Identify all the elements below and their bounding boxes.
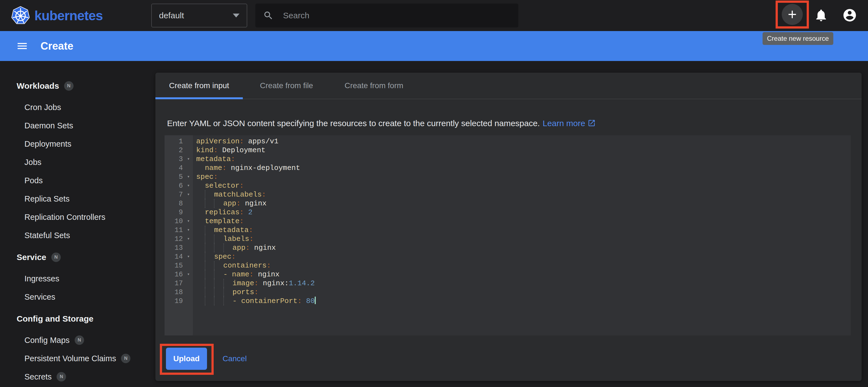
sidebar-item-jobs[interactable]: Jobs (0, 153, 155, 171)
indent-guide (214, 243, 223, 252)
sidebar-item-secrets[interactable]: SecretsN (0, 367, 155, 386)
token-p: : (240, 217, 244, 225)
token-v: nginx (241, 199, 267, 208)
line-number: 19 (164, 297, 184, 305)
indent-guide (223, 243, 232, 252)
fold-toggle-icon[interactable]: ▾ (184, 217, 193, 226)
sidebar-section-service[interactable]: ServiceN (0, 248, 155, 267)
gutter-line-16: 16▾ (164, 270, 193, 279)
account-button[interactable] (842, 7, 858, 23)
sidebar-item-config-maps[interactable]: Config MapsN (0, 331, 155, 349)
menu-button[interactable] (14, 38, 30, 54)
sidebar-item-pods[interactable]: Pods (0, 171, 155, 189)
line-number: 2 (164, 146, 184, 154)
page-title: Create (40, 40, 73, 52)
token-k: metadata (214, 226, 249, 234)
sidebar-item-stateful-sets[interactable]: Stateful Sets (0, 226, 155, 245)
sidebar-item-services[interactable]: Services (0, 288, 155, 306)
token-n: 2 (244, 208, 252, 216)
tab-label: Create from input (169, 81, 229, 90)
token-d: - (223, 270, 232, 279)
gutter-line-5: 5▾ (164, 172, 193, 181)
token-k: template (205, 217, 240, 225)
token-k: metadata (196, 155, 231, 163)
tab-create-from-form[interactable]: Create from form (330, 73, 417, 99)
gutter-line-2: 2 (164, 146, 193, 155)
sidebar-item-cron-jobs[interactable]: Cron Jobs (0, 98, 155, 116)
token-p: : (236, 199, 241, 208)
fold-toggle-icon[interactable]: ▾ (184, 226, 193, 235)
token-d: - (232, 297, 241, 305)
fold-toggle-icon[interactable]: ▾ (184, 155, 193, 164)
account-circle-icon (842, 8, 857, 23)
yaml-editor[interactable]: 123▾45▾6▾7▾8910▾11▾12▾1314▾1516▾171819 a… (164, 135, 851, 336)
sidebar-section-label: Workloads (17, 81, 59, 91)
indent-guide (196, 296, 205, 306)
fold-toggle-icon[interactable]: ▾ (184, 270, 193, 279)
editor-code-area[interactable]: apiVersion: apps/v1kind: Deploymentmetad… (193, 135, 851, 336)
sidebar-item-label: Secrets (24, 372, 52, 382)
token-v: nginx: (258, 279, 288, 287)
fold-toggle-icon[interactable]: ▾ (184, 172, 193, 181)
code-line-3: metadata: (196, 155, 851, 164)
fold-toggle-icon[interactable]: ▾ (184, 235, 193, 243)
sidebar-item-label: Services (24, 292, 55, 302)
line-number: 11 (164, 226, 184, 234)
code-line-7: matchLabels: (196, 190, 851, 199)
indent-guide (205, 226, 214, 235)
notifications-button[interactable] (813, 7, 829, 23)
sidebar-item-persistent-volume-claims[interactable]: Persistent Volume ClaimsN (0, 349, 155, 367)
sidebar-item-daemon-sets[interactable]: Daemon Sets (0, 116, 155, 135)
code-line-10: template: (196, 217, 851, 226)
sidebar-item-label: Replica Sets (24, 194, 70, 204)
cancel-button[interactable]: Cancel (221, 354, 248, 363)
gutter-line-19: 19 (164, 296, 193, 306)
sidebar-item-label: Ingresses (24, 274, 59, 283)
sidebar-section-workloads[interactable]: WorkloadsN (0, 76, 155, 95)
line-number: 9 (164, 208, 184, 216)
gutter-line-17: 17 (164, 279, 193, 288)
sidebar-section-config-and-storage[interactable]: Config and Storage (0, 309, 155, 328)
sidebar-item-replication-controllers[interactable]: Replication Controllers (0, 208, 155, 226)
brand-link[interactable]: kubernetes (11, 0, 103, 31)
tab-create-from-file[interactable]: Create from file (243, 73, 330, 99)
token-p: : (262, 190, 266, 199)
indent-guide (205, 199, 214, 208)
token-k: kind (196, 146, 213, 154)
app-bar: Create (0, 31, 868, 61)
token-p: : (254, 288, 259, 296)
bell-icon (814, 8, 828, 23)
fold-toggle-icon[interactable]: ▾ (184, 181, 193, 190)
plus-icon (786, 8, 799, 21)
token-p: : (213, 173, 218, 181)
sidebar-item-deployments[interactable]: Deployments (0, 135, 155, 153)
sidebar-item-label: Pods (24, 176, 43, 185)
code-line-16: - name: nginx (196, 270, 851, 279)
tabs: Create from inputCreate from fileCreate … (155, 73, 862, 99)
fold-toggle-icon[interactable]: ▾ (184, 252, 193, 261)
line-number: 14 (164, 253, 184, 261)
fold-toggle-icon[interactable]: ▾ (184, 190, 193, 199)
indent-guide (196, 279, 205, 288)
new-badge: N (121, 354, 130, 363)
learn-more-link[interactable]: Learn more (542, 119, 595, 128)
indent-guide (205, 190, 214, 199)
token-p: : (246, 244, 250, 252)
token-n: 1.14.2 (289, 279, 315, 287)
sidebar-item-replica-sets[interactable]: Replica Sets (0, 189, 155, 208)
upload-button[interactable]: Upload (166, 348, 207, 370)
indent-guide (196, 208, 205, 217)
tab-create-from-input[interactable]: Create from input (155, 73, 243, 99)
token-p: : (249, 235, 254, 243)
code-line-4: name: nginx-deployment (196, 164, 851, 172)
search-input[interactable] (282, 10, 510, 21)
gutter-line-6: 6▾ (164, 181, 193, 190)
gutter-line-3: 3▾ (164, 155, 193, 164)
token-k: containerPort (241, 297, 298, 305)
gutter-line-9: 9 (164, 208, 193, 217)
token-p: : (231, 252, 236, 261)
sidebar-item-label: Jobs (24, 158, 41, 167)
sidebar-item-ingresses[interactable]: Ingresses (0, 270, 155, 288)
namespace-selector[interactable]: default (151, 4, 247, 28)
create-new-resource-button[interactable] (782, 4, 803, 25)
